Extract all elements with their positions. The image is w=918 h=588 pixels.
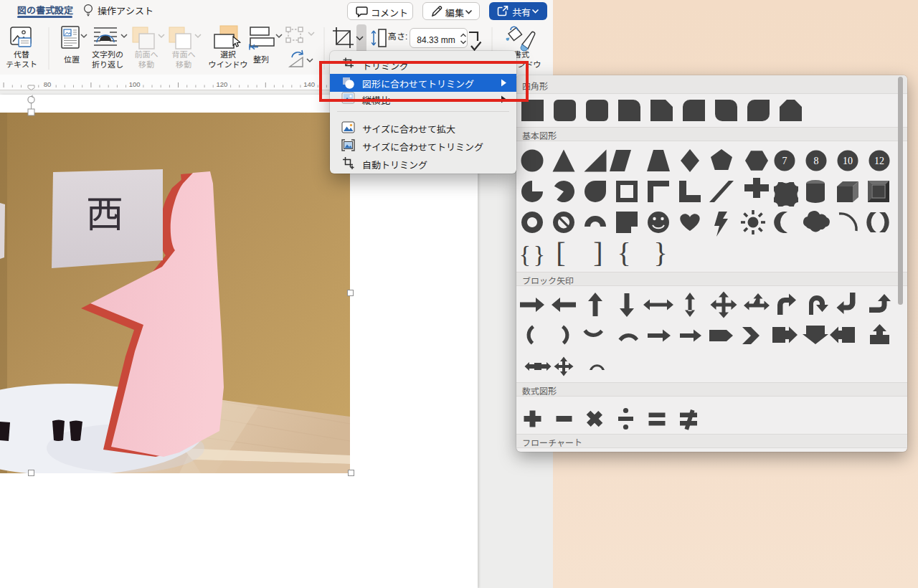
svg-text:120: 120 xyxy=(216,80,227,88)
svg-text:140: 140 xyxy=(303,80,315,88)
svg-text:12: 12 xyxy=(874,156,884,166)
svg-text:10: 10 xyxy=(843,156,853,166)
svg-text:}: } xyxy=(653,237,667,269)
svg-text:]: ] xyxy=(593,237,602,269)
svg-text:{: { xyxy=(617,237,630,269)
svg-text:80: 80 xyxy=(44,80,52,88)
svg-text:7: 7 xyxy=(782,156,787,166)
svg-text:西: 西 xyxy=(86,184,123,238)
svg-text:}: } xyxy=(534,241,545,267)
svg-text:8: 8 xyxy=(814,156,819,166)
svg-text:100: 100 xyxy=(129,80,141,88)
svg-text:[: [ xyxy=(556,237,565,269)
svg-text:{: { xyxy=(519,241,531,267)
